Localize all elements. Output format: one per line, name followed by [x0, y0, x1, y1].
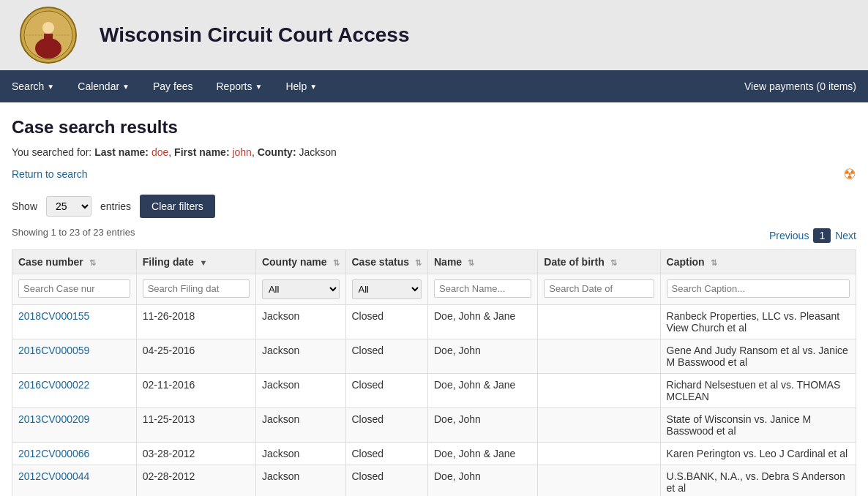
table-row: 2012CV000044 02-28-2012 Jackson Closed D…	[12, 465, 856, 497]
cell-filing-date: 02-11-2016	[136, 374, 255, 408]
cell-caption: Karen Perington vs. Leo J Cardinal et al	[660, 443, 856, 465]
cell-case-number: 2012CV000066	[12, 443, 137, 465]
cell-case-number: 2013CV000209	[12, 408, 137, 443]
court-seal-logo	[12, 6, 85, 64]
cell-name: Doe, John & Jane	[427, 374, 537, 408]
first-name-value: john	[232, 146, 251, 158]
cell-caption: U.S.BANK, N.A., vs. Debra S Anderson et …	[660, 465, 856, 497]
reports-dropdown-icon: ▼	[255, 83, 263, 91]
table-row: 2016CV000059 04-25-2016 Jackson Closed D…	[12, 339, 856, 374]
showing-pagination-row: Showing 1 to 23 of 23 entries Previous 1…	[12, 227, 856, 244]
table-row: 2018CV000155 11-26-2018 Jackson Closed D…	[12, 305, 856, 339]
table-body: 2018CV000155 11-26-2018 Jackson Closed D…	[12, 305, 856, 497]
county-value: Jackson	[299, 146, 336, 158]
clear-filters-button[interactable]: Clear filters	[140, 195, 215, 218]
cell-dob	[538, 443, 660, 465]
search-params-prefix: You searched for:	[12, 146, 94, 158]
cell-county: Jackson	[255, 339, 345, 374]
entries-select[interactable]: 25 10 50 100	[46, 196, 91, 217]
nav-payfees[interactable]: Pay fees	[141, 72, 204, 101]
filter-name	[427, 274, 537, 305]
cell-caption: State of Wisconsin vs. Janice M Basswood…	[660, 408, 856, 443]
search-params: You searched for: Last name: doe, First …	[12, 146, 856, 158]
show-label: Show	[12, 200, 37, 212]
current-page[interactable]: 1	[813, 228, 831, 243]
cell-filing-date: 11-26-2018	[136, 305, 255, 339]
case-number-link[interactable]: 2016CV000059	[18, 345, 89, 356]
table-header-row: Case number ⇅ Filing date ▼ County name …	[12, 250, 856, 274]
cell-county: Jackson	[255, 374, 345, 408]
col-case-status[interactable]: Case status ⇅	[345, 250, 427, 274]
cell-county: Jackson	[255, 408, 345, 443]
filter-case-number	[12, 274, 137, 305]
filter-status: All	[345, 274, 427, 305]
nav-reports[interactable]: Reports ▼	[204, 72, 274, 101]
cell-caption: Richard Nelsestuen et al vs. THOMAS MCLE…	[660, 374, 856, 408]
case-number-link[interactable]: 2013CV000209	[18, 413, 89, 425]
filter-caption	[660, 274, 856, 305]
navbar: Search ▼ Calendar ▼ Pay fees Reports ▼ H…	[0, 70, 868, 102]
case-number-link[interactable]: 2012CV000066	[18, 448, 89, 459]
name-sort-icon: ⇅	[468, 258, 474, 267]
col-filing-date[interactable]: Filing date ▼	[136, 250, 255, 274]
col-name[interactable]: Name ⇅	[427, 250, 537, 274]
filter-dob	[538, 274, 660, 305]
cell-status: Closed	[345, 465, 427, 497]
cell-status: Closed	[345, 305, 427, 339]
view-payments-button[interactable]: View payments (0 items)	[733, 72, 868, 101]
col-case-number[interactable]: Case number ⇅	[12, 250, 137, 274]
table-filter-row: All All	[12, 274, 856, 305]
navbar-left: Search ▼ Calendar ▼ Pay fees Reports ▼ H…	[0, 72, 733, 101]
results-table: Case number ⇅ Filing date ▼ County name …	[12, 249, 856, 496]
case-number-link[interactable]: 2012CV000044	[18, 470, 89, 482]
showing-info: Showing 1 to 23 of 23 entries	[12, 227, 135, 238]
name-filter-input[interactable]	[434, 279, 531, 298]
controls-row: Show 25 10 50 100 entries Clear filters	[12, 195, 856, 218]
page-title: Case search results	[12, 117, 856, 138]
header-top: Wisconsin Circuit Court Access	[0, 0, 868, 70]
cell-status: Closed	[345, 339, 427, 374]
case-number-link[interactable]: 2018CV000155	[18, 310, 89, 322]
county-filter-select[interactable]: All	[262, 279, 340, 299]
cell-dob	[538, 305, 660, 339]
case-number-link[interactable]: 2016CV000022	[18, 379, 89, 391]
col-dob[interactable]: Date of birth ⇅	[538, 250, 660, 274]
nav-calendar[interactable]: Calendar ▼	[66, 72, 141, 101]
case-status-sort-icon: ⇅	[415, 258, 422, 267]
caption-filter-input[interactable]	[667, 279, 850, 298]
previous-page-link[interactable]: Previous	[769, 230, 809, 241]
cell-name: Doe, John	[427, 339, 537, 374]
pagination: Previous 1 Next	[769, 228, 856, 243]
cell-case-number: 2018CV000155	[12, 305, 137, 339]
main-content: Case search results You searched for: La…	[0, 102, 868, 496]
cell-filing-date: 04-25-2016	[136, 339, 255, 374]
col-county-name[interactable]: County name ⇅	[255, 250, 345, 274]
return-to-search-link[interactable]: Return to search	[12, 168, 88, 180]
cell-case-number: 2016CV000022	[12, 374, 137, 408]
case-number-sort-icon: ⇅	[89, 258, 96, 267]
cell-dob	[538, 339, 660, 374]
cell-county: Jackson	[255, 443, 345, 465]
cell-dob	[538, 465, 660, 497]
dob-filter-input[interactable]	[544, 279, 654, 298]
nav-search[interactable]: Search ▼	[0, 72, 66, 101]
cell-status: Closed	[345, 408, 427, 443]
nav-help[interactable]: Help ▼	[274, 72, 329, 101]
status-filter-select[interactable]: All	[352, 279, 422, 299]
entries-label: entries	[100, 200, 131, 212]
last-name-label: Last name:	[94, 146, 149, 158]
county-name-sort-icon: ⇅	[333, 258, 340, 267]
case-number-filter-input[interactable]	[18, 279, 130, 298]
county-label: County:	[258, 146, 296, 158]
next-page-link[interactable]: Next	[835, 230, 856, 241]
return-row: Return to search ☢	[12, 165, 856, 183]
cell-dob	[538, 374, 660, 408]
cell-name: Doe, John & Jane	[427, 305, 537, 339]
cell-filing-date: 02-28-2012	[136, 465, 255, 497]
col-caption[interactable]: Caption ⇅	[660, 250, 856, 274]
rss-icon[interactable]: ☢	[843, 165, 856, 183]
cell-county: Jackson	[255, 305, 345, 339]
filter-county: All	[255, 274, 345, 305]
filing-date-filter-input[interactable]	[143, 279, 250, 298]
cell-caption: Ranbeck Properties, LLC vs. Pleasant Vie…	[660, 305, 856, 339]
